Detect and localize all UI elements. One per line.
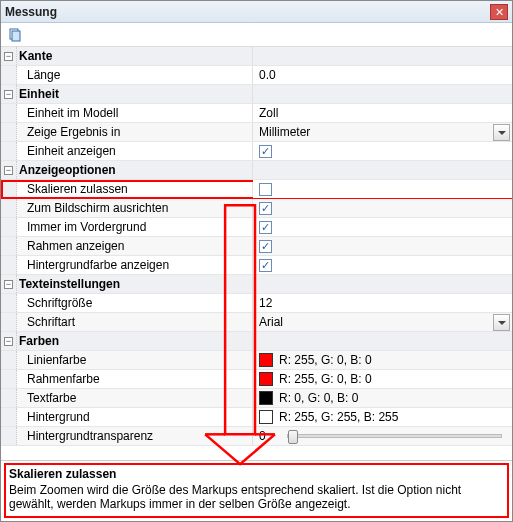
prop-label: Skalieren zulassen: [17, 180, 253, 198]
prop-hintergrundtransparenz[interactable]: Hintergrundtransparenz 0: [1, 427, 512, 446]
color-text: R: 255, G: 255, B: 255: [279, 410, 398, 424]
prop-value-dropdown[interactable]: Arial: [253, 313, 512, 331]
checkbox[interactable]: ✓: [259, 259, 272, 272]
slider-value: 0: [259, 429, 277, 443]
slider[interactable]: [287, 434, 502, 438]
description-panel: Skalieren zulassen Beim Zoomen wird die …: [1, 460, 512, 521]
chevron-down-icon[interactable]: [493, 314, 510, 331]
prop-label: Hintergrund: [17, 408, 253, 426]
description-body: Beim Zoomen wird die Größe des Markups e…: [9, 483, 504, 511]
prop-label: Textfarbe: [17, 389, 253, 407]
prop-zeige-ergebnis[interactable]: Zeige Ergebnis in Millimeter: [1, 123, 512, 142]
copy-icon[interactable]: [7, 27, 23, 43]
checkbox[interactable]: ✓: [259, 145, 272, 158]
prop-label: Zeige Ergebnis in: [17, 123, 253, 141]
collapse-icon[interactable]: −: [4, 90, 13, 99]
chevron-down-icon[interactable]: [493, 124, 510, 141]
prop-hintergrundfarbe-anzeigen[interactable]: Hintergrundfarbe anzeigen ✓: [1, 256, 512, 275]
color-swatch[interactable]: [259, 391, 273, 405]
slider-thumb[interactable]: [288, 430, 298, 444]
prop-immer-vordergrund[interactable]: Immer im Vordergrund ✓: [1, 218, 512, 237]
prop-label: Einheit im Modell: [17, 104, 253, 122]
collapse-icon[interactable]: −: [4, 52, 13, 61]
prop-schriftgroesse[interactable]: Schriftgröße 12: [1, 294, 512, 313]
prop-hintergrund[interactable]: Hintergrund R: 255, G: 255, B: 255: [1, 408, 512, 427]
checkbox[interactable]: [259, 183, 272, 196]
color-text: R: 0, G: 0, B: 0: [279, 391, 358, 405]
section-header-label: Farben: [17, 332, 253, 350]
prop-label: Linienfarbe: [17, 351, 253, 369]
titlebar: Messung ✕: [1, 1, 512, 23]
prop-value[interactable]: Zoll: [253, 104, 512, 122]
collapse-icon[interactable]: −: [4, 166, 13, 175]
section-einheit[interactable]: − Einheit: [1, 85, 512, 104]
window-title: Messung: [5, 5, 57, 19]
color-swatch[interactable]: [259, 410, 273, 424]
prop-label: Immer im Vordergrund: [17, 218, 253, 236]
section-anzeigeoptionen[interactable]: − Anzeigeoptionen: [1, 161, 512, 180]
prop-schriftart[interactable]: Schriftart Arial: [1, 313, 512, 332]
description-title: Skalieren zulassen: [9, 467, 504, 481]
checkbox[interactable]: ✓: [259, 240, 272, 253]
section-kante[interactable]: − Kante: [1, 47, 512, 66]
color-swatch[interactable]: [259, 353, 273, 367]
prop-rahmenfarbe[interactable]: Rahmenfarbe R: 255, G: 0, B: 0: [1, 370, 512, 389]
prop-skalieren-zulassen[interactable]: Skalieren zulassen: [1, 180, 512, 199]
prop-rahmen-anzeigen[interactable]: Rahmen anzeigen ✓: [1, 237, 512, 256]
svg-rect-1: [12, 31, 20, 41]
section-header-label: Einheit: [17, 85, 253, 103]
prop-einheit-im-modell[interactable]: Einheit im Modell Zoll: [1, 104, 512, 123]
properties-window: Messung ✕ − Kante Länge 0.0 − Einheit: [0, 0, 513, 522]
close-button[interactable]: ✕: [490, 4, 508, 20]
prop-textfarbe[interactable]: Textfarbe R: 0, G: 0, B: 0: [1, 389, 512, 408]
prop-label: Länge: [17, 66, 253, 84]
section-farben[interactable]: − Farben: [1, 332, 512, 351]
property-grid: − Kante Länge 0.0 − Einheit Einheit im M…: [1, 47, 512, 460]
section-header-label: Kante: [17, 47, 253, 65]
checkbox[interactable]: ✓: [259, 202, 272, 215]
prop-value[interactable]: 12: [253, 294, 512, 312]
prop-label: Zum Bildschirm ausrichten: [17, 199, 253, 217]
section-header-label: Anzeigeoptionen: [17, 161, 253, 179]
prop-value-dropdown[interactable]: Millimeter: [253, 123, 512, 141]
prop-linienfarbe[interactable]: Linienfarbe R: 255, G: 0, B: 0: [1, 351, 512, 370]
color-swatch[interactable]: [259, 372, 273, 386]
prop-label: Schriftart: [17, 313, 253, 331]
collapse-icon[interactable]: −: [4, 280, 13, 289]
checkbox[interactable]: ✓: [259, 221, 272, 234]
prop-einheit-anzeigen[interactable]: Einheit anzeigen ✓: [1, 142, 512, 161]
prop-label: Hintergrundtransparenz: [17, 427, 253, 445]
prop-label: Schriftgröße: [17, 294, 253, 312]
prop-label: Hintergrundfarbe anzeigen: [17, 256, 253, 274]
toolbar: [1, 23, 512, 47]
color-text: R: 255, G: 0, B: 0: [279, 353, 372, 367]
collapse-icon[interactable]: −: [4, 337, 13, 346]
prop-value[interactable]: 0.0: [253, 66, 512, 84]
prop-laenge[interactable]: Länge 0.0: [1, 66, 512, 85]
section-header-label: Texteinstellungen: [17, 275, 253, 293]
prop-zum-bildschirm[interactable]: Zum Bildschirm ausrichten ✓: [1, 199, 512, 218]
section-texteinstellungen[interactable]: − Texteinstellungen: [1, 275, 512, 294]
prop-label: Einheit anzeigen: [17, 142, 253, 160]
color-text: R: 255, G: 0, B: 0: [279, 372, 372, 386]
prop-label: Rahmen anzeigen: [17, 237, 253, 255]
prop-label: Rahmenfarbe: [17, 370, 253, 388]
